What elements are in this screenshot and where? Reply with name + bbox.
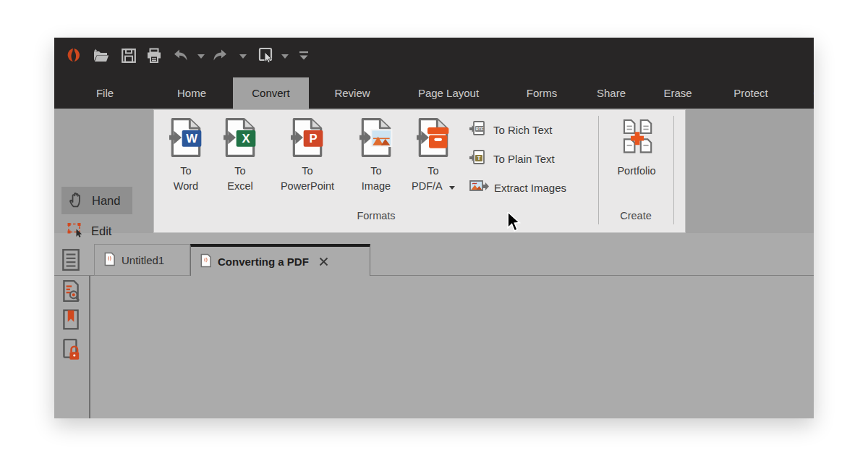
hand-icon <box>67 190 85 211</box>
close-icon[interactable] <box>319 257 328 266</box>
pdf-file-icon <box>200 253 212 270</box>
to-word-icon: W <box>169 117 203 158</box>
formats-group-label: Formats <box>154 210 598 221</box>
page-panel-icon[interactable] <box>61 248 81 271</box>
to-rich-text-icon: RTF <box>469 120 488 140</box>
save-icon[interactable] <box>118 45 140 67</box>
extract-images-label: Extract Images <box>494 182 566 194</box>
tool-panel: Hand Edit <box>54 109 153 233</box>
to-word-label: ToWord <box>163 164 209 194</box>
document-area <box>54 276 814 418</box>
undo-icon[interactable] <box>170 45 192 67</box>
svg-text:T: T <box>477 155 481 161</box>
svg-text:RTF: RTF <box>476 127 484 131</box>
group-separator <box>598 116 599 224</box>
bookmarks-icon[interactable] <box>61 308 81 332</box>
app-window: File Home Convert Review Page Layout For… <box>54 38 814 418</box>
pdf-file-icon <box>103 252 116 269</box>
group-separator <box>673 116 674 224</box>
to-pdfa-icon <box>417 117 450 158</box>
to-image-icon <box>359 117 393 158</box>
svg-text:X: X <box>242 132 250 145</box>
extract-images-icon <box>469 179 489 197</box>
to-plain-text-label: To Plain Text <box>493 153 555 165</box>
redo-dropdown-icon[interactable] <box>239 54 247 59</box>
to-plain-text-button[interactable]: T To Plain Text <box>469 148 555 169</box>
print-icon[interactable] <box>143 45 165 67</box>
svg-text:P: P <box>309 132 317 145</box>
to-excel-icon: X <box>224 117 257 158</box>
tab-convert[interactable]: Convert <box>233 77 309 109</box>
edit-tool-label: Edit <box>91 224 111 238</box>
quick-access-toolbar <box>54 43 814 72</box>
to-powerpoint-icon: P <box>291 117 324 158</box>
to-pdfa-label: To PDF/A <box>403 164 464 194</box>
tab-protect[interactable]: Protect <box>729 77 773 109</box>
customize-toolbar-icon[interactable] <box>293 45 315 67</box>
mouse-cursor <box>506 212 524 235</box>
foxit-logo-icon <box>63 45 85 67</box>
tab-share[interactable]: Share <box>594 77 629 109</box>
doc-tab-label: Untitled1 <box>122 254 164 266</box>
to-rich-text-button[interactable]: RTF To Rich Text <box>469 119 552 140</box>
to-plain-text-icon: T <box>469 149 488 169</box>
tab-home[interactable]: Home <box>170 77 213 109</box>
doc-tab-untitled1[interactable]: Untitled1 <box>94 244 190 276</box>
edit-tool-button[interactable]: Edit <box>61 217 117 245</box>
doc-tab-converting-a-pdf[interactable]: Converting a PDF <box>190 244 370 276</box>
select-dropdown-icon[interactable] <box>281 54 289 59</box>
redo-icon[interactable] <box>209 45 231 67</box>
portfolio-icon <box>620 117 653 158</box>
hand-tool-button[interactable]: Hand <box>61 187 132 214</box>
security-icon[interactable] <box>61 337 81 360</box>
tab-erase[interactable]: Erase <box>660 77 695 109</box>
create-group-label: Create <box>598 210 673 221</box>
doc-tab-label: Converting a PDF <box>218 256 309 268</box>
open-file-icon[interactable] <box>90 45 112 67</box>
search-comments-icon[interactable] <box>61 279 81 303</box>
title-bar: File Home Convert Review Page Layout For… <box>54 38 814 109</box>
tab-file[interactable]: File <box>89 77 121 109</box>
edit-object-icon <box>67 221 85 241</box>
portfolio-label: Portfolio <box>605 164 668 179</box>
undo-dropdown-icon[interactable] <box>197 54 205 59</box>
svg-text:W: W <box>186 132 197 145</box>
ribbon-tab-bar: File Home Convert Review Page Layout For… <box>54 77 814 109</box>
tab-clipped[interactable]: C <box>807 77 814 109</box>
tab-review[interactable]: Review <box>331 77 374 109</box>
hand-tool-label: Hand <box>92 194 120 208</box>
document-tab-strip: Untitled1 Converting a PDF <box>54 244 814 276</box>
extract-images-button[interactable]: Extract Images <box>469 177 566 198</box>
convert-ribbon-panel: W ToWord X <box>153 109 686 233</box>
pdfa-dropdown-icon[interactable] <box>449 186 455 190</box>
tab-forms[interactable]: Forms <box>524 77 559 109</box>
to-powerpoint-label: ToPowerPoint <box>268 164 346 194</box>
to-image-label: ToImage <box>350 164 402 194</box>
sidebar-divider <box>89 276 90 418</box>
select-tool-icon[interactable] <box>255 45 277 67</box>
to-rich-text-label: To Rich Text <box>493 124 552 136</box>
ribbon-area: Hand Edit <box>54 109 814 244</box>
tab-page-layout[interactable]: Page Layout <box>414 77 483 109</box>
to-excel-label: ToExcel <box>217 164 263 194</box>
